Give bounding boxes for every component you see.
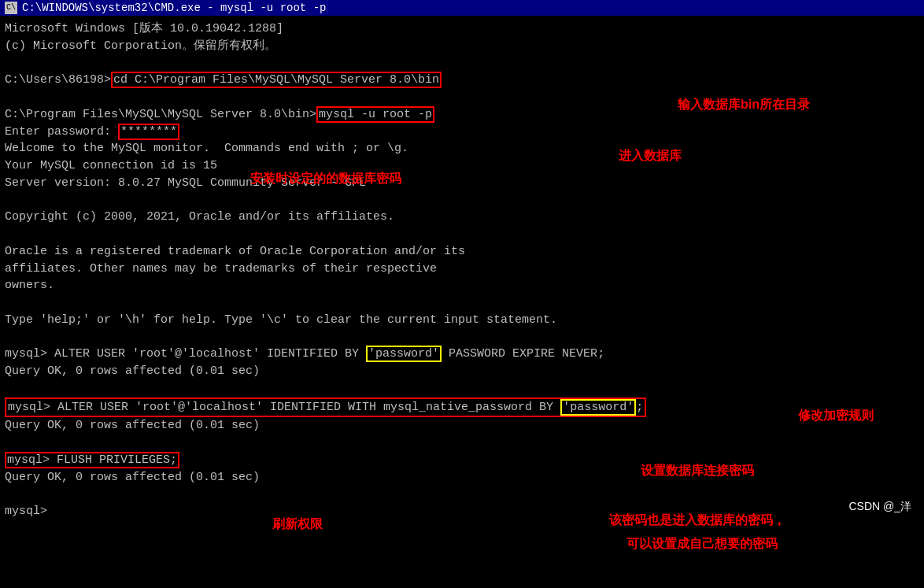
password-highlight-1: 'password' [366,346,442,362]
line-blank-4 [5,226,919,243]
terminal-window: C\ C:\WINDOWS\system32\CMD.exe - mysql -… [0,0,924,588]
prompt-2: C:\Program Files\MySQL\MySQL Server 8.0\… [5,108,316,121]
line-alter1-result: Query OK, 0 rows affected (0.01 sec) [5,363,919,380]
annotation-set-password: 设置数据库连接密码 [641,463,754,479]
line-server-version: Server version: 8.0.27 MySQL Community S… [5,175,919,192]
annotation-modify-rule: 修改加密规则 [798,408,874,424]
annotation-custom-password: 可以设置成自己想要的密码 [626,536,778,553]
line-alter2: mysql> ALTER USER 'root'@'localhost' IDE… [5,398,646,418]
line-1: Microsoft Windows [版本 10.0.19042.1288] [5,20,919,38]
line-password: Enter password: ******** [5,124,919,141]
line-blank-1 [5,55,919,72]
line-flush-result: Query OK, 0 rows affected (0.01 sec) [5,469,919,486]
line-blank-8 [5,435,919,452]
line-blank-6 [5,329,919,346]
line-2: (c) Microsoft Corporation。保留所有权利。 [5,38,919,55]
line-oracle-2: affiliates. Other names may be trademark… [5,261,919,278]
line-connection-id: Your MySQL connection id is 15 [5,157,919,175]
annotation-password-set: 安装时设定的的数据库密码 [250,171,401,187]
annotation-bin-dir: 输入数据库bin所在目录 [678,97,810,113]
line-welcome: Welcome to the MySQL monitor. Commands e… [5,140,919,157]
line-copyright: Copyright (c) 2000, 2021, Oracle and/or … [5,209,919,226]
annotation-flush: 刷新权限 [272,516,323,533]
line-blank-3 [5,192,919,209]
flush-command: mysql> FLUSH PRIVILEGES; [5,452,179,468]
line-alter1: mysql> ALTER USER 'root'@'localhost' IDE… [5,346,919,363]
password-highlight-2: 'password' [560,399,636,416]
cd-command: cd C:\Program Files\MySQL\MySQL Server 8… [111,72,442,88]
terminal-content: Microsoft Windows [版本 10.0.19042.1288] (… [5,20,919,520]
password-input: ******** [118,124,179,140]
title-bar: C\ C:\WINDOWS\system32\CMD.exe - mysql -… [0,0,924,16]
prompt-1: C:\Users\86198> [5,73,111,87]
title-text: C:\WINDOWS\system32\CMD.exe - mysql -u r… [22,2,326,14]
line-blank-7 [5,380,919,398]
line-oracle-3: owners. [5,277,919,294]
line-blank-9 [5,486,919,503]
line-cd: C:\Users\86198>cd C:\Program Files\MySQL… [5,72,919,89]
watermark: CSDN @_洋 [848,500,911,514]
cmd-icon: C\ [5,2,17,14]
line-oracle-1: Oracle is a registered trademark of Orac… [5,243,919,261]
line-type-help: Type 'help;' or '\h' for help. Type '\c'… [5,312,919,329]
line-blank-5 [5,294,919,312]
annotation-enter-db: 进入数据库 [619,148,682,165]
line-flush: mysql> FLUSH PRIVILEGES; [5,452,919,469]
mysql-command: mysql -u root -p [316,106,434,123]
line-alter2-result: Query OK, 0 rows affected (0.01 sec) [5,417,919,435]
annotation-also-password: 该密码也是进入数据库的密码， [609,512,785,529]
